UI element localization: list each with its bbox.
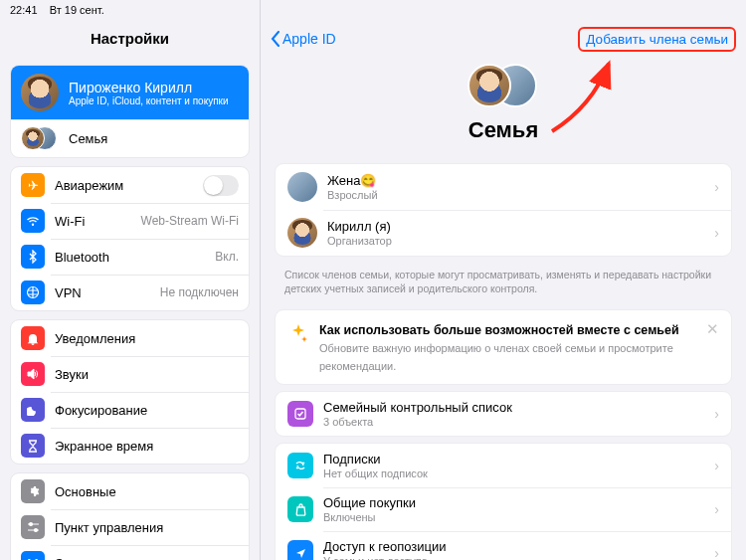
member-row[interactable]: Кирилл (я) Организатор › bbox=[276, 210, 731, 256]
vpn-icon bbox=[21, 280, 45, 304]
checklist-sub: 3 объекта bbox=[323, 416, 714, 428]
sidebar-item-control-center[interactable]: Пункт управления bbox=[11, 509, 249, 545]
detail-navbar: Apple ID Добавить члена семьи bbox=[261, 22, 746, 56]
subs-title: Подписки bbox=[323, 452, 714, 467]
sidebar-item-family[interactable]: Семья bbox=[11, 119, 249, 157]
chevron-right-icon: › bbox=[714, 406, 719, 422]
speaker-icon bbox=[21, 362, 45, 386]
sidebar-item-wifi[interactable]: Wi-Fi Web-Stream Wi-Fi bbox=[11, 203, 249, 239]
bluetooth-icon bbox=[21, 245, 45, 269]
family-avatars-icon bbox=[21, 125, 59, 151]
purchase-sub: Включены bbox=[323, 511, 714, 523]
user-avatar-icon bbox=[21, 74, 59, 111]
row-subscriptions[interactable]: Подписки Нет общих подписок › bbox=[276, 444, 731, 487]
row-purchase-sharing[interactable]: Общие покупки Включены › bbox=[276, 487, 731, 531]
checklist-icon bbox=[287, 401, 313, 427]
airplane-icon: ✈︎ bbox=[21, 173, 45, 197]
page-title: Семья bbox=[261, 117, 746, 143]
sidebar-item-vpn[interactable]: VPN Не подключен bbox=[11, 275, 249, 310]
member-avatar-icon bbox=[287, 172, 317, 202]
bt-label: Bluetooth bbox=[55, 250, 215, 265]
account-name: Пироженко Кирилл bbox=[69, 80, 229, 95]
chevron-right-icon: › bbox=[714, 458, 719, 473]
member-role: Взрослый bbox=[327, 189, 714, 201]
bell-icon bbox=[21, 326, 45, 350]
wifi-value: Web-Stream Wi-Fi bbox=[141, 214, 239, 228]
location-icon bbox=[287, 540, 313, 560]
checklist-row[interactable]: Семейный контрольный список 3 объекта › bbox=[275, 391, 732, 437]
back-label: Apple ID bbox=[282, 31, 336, 47]
sidebar-item-screentime[interactable]: Экранное время bbox=[11, 428, 249, 464]
tip-card[interactable]: Как использовать больше возможностей вме… bbox=[275, 309, 732, 385]
gear-icon bbox=[21, 479, 45, 503]
sidebar-item-display[interactable]: AA Экран и яркость bbox=[11, 545, 249, 560]
status-date: Вт 19 сент. bbox=[50, 4, 104, 16]
close-icon[interactable]: ✕ bbox=[706, 320, 719, 374]
sidebar-item-notifications[interactable]: Уведомления bbox=[11, 320, 249, 356]
row-location-sharing[interactable]: Доступ к геопозиции У семьи нет доступа … bbox=[276, 531, 731, 560]
bag-icon bbox=[287, 496, 313, 522]
checklist-title: Семейный контрольный список bbox=[323, 400, 714, 415]
account-sub: Apple ID, iCloud, контент и покупки bbox=[69, 95, 229, 106]
focus-label: Фокусирование bbox=[55, 403, 239, 418]
sidebar-item-airplane[interactable]: ✈︎ Авиарежим bbox=[11, 167, 249, 203]
member-avatar-icon bbox=[287, 218, 317, 248]
tip-sub: Обновите важную информацию о членах свое… bbox=[319, 342, 673, 372]
detail-pane: Apple ID Добавить члена семьи Семья Жена… bbox=[261, 0, 746, 560]
add-family-member-button[interactable]: Добавить члена семьи bbox=[578, 27, 736, 52]
chevron-right-icon: › bbox=[714, 501, 719, 517]
airplane-toggle[interactable] bbox=[203, 175, 239, 196]
member-row[interactable]: Жена😋 Взрослый › bbox=[276, 164, 731, 210]
sidebar-item-appleid[interactable]: Пироженко Кирилл Apple ID, iCloud, конте… bbox=[11, 66, 249, 119]
wifi-label: Wi-Fi bbox=[55, 214, 141, 229]
family-hero: Семья bbox=[261, 56, 746, 157]
sharing-options: Подписки Нет общих подписок › Общие поку… bbox=[275, 443, 732, 560]
bt-value: Вкл. bbox=[215, 250, 239, 264]
wifi-settings-icon bbox=[21, 209, 45, 233]
sidebar-item-general[interactable]: Основные bbox=[11, 473, 249, 509]
member-name: Кирилл (я) bbox=[327, 219, 714, 234]
chevron-left-icon bbox=[271, 31, 280, 47]
control-label: Пункт управления bbox=[55, 520, 239, 535]
screentime-label: Экранное время bbox=[55, 439, 239, 454]
notif-label: Уведомления bbox=[55, 331, 239, 346]
chevron-right-icon: › bbox=[714, 179, 719, 195]
family-label: Семья bbox=[69, 131, 239, 146]
subscriptions-icon bbox=[287, 453, 313, 478]
member-name: Жена😋 bbox=[327, 173, 714, 188]
members-list: Жена😋 Взрослый › Кирилл (я) Организатор … bbox=[275, 163, 732, 257]
member-role: Организатор bbox=[327, 235, 714, 247]
loc-sub: У семьи нет доступа bbox=[323, 555, 714, 560]
svg-point-1 bbox=[29, 523, 32, 526]
display-label: Экран и яркость bbox=[55, 556, 239, 561]
settings-sidebar: Настройки Пироженко Кирилл Apple ID, iCl… bbox=[0, 0, 261, 560]
chevron-right-icon: › bbox=[714, 545, 719, 560]
sidebar-item-bluetooth[interactable]: Bluetooth Вкл. bbox=[11, 239, 249, 275]
hourglass-icon bbox=[21, 434, 45, 458]
moon-icon bbox=[21, 398, 45, 422]
chevron-right-icon: › bbox=[714, 225, 719, 241]
tip-title: Как использовать больше возможностей вме… bbox=[319, 323, 679, 337]
general-label: Основные bbox=[55, 484, 239, 499]
loc-title: Доступ к геопозиции bbox=[323, 539, 714, 554]
sliders-icon bbox=[21, 515, 45, 539]
back-button[interactable]: Apple ID bbox=[271, 31, 336, 47]
sidebar-item-sounds[interactable]: Звуки bbox=[11, 356, 249, 392]
airplane-label: Авиарежим bbox=[55, 178, 203, 193]
members-footnote: Список членов семьи, которые могут просм… bbox=[261, 263, 746, 303]
subs-sub: Нет общих подписок bbox=[323, 467, 714, 479]
sound-label: Звуки bbox=[55, 367, 239, 382]
status-time: 22:41 bbox=[10, 4, 38, 16]
sidebar-title: Настройки bbox=[0, 24, 260, 57]
family-hero-avatars-icon bbox=[467, 62, 539, 109]
vpn-label: VPN bbox=[55, 285, 160, 300]
sparkle-icon bbox=[287, 320, 309, 346]
purchase-title: Общие покупки bbox=[323, 495, 714, 510]
sidebar-item-focus[interactable]: Фокусирование bbox=[11, 392, 249, 428]
vpn-value: Не подключен bbox=[160, 285, 239, 299]
svg-point-2 bbox=[34, 529, 37, 532]
brightness-icon: AA bbox=[21, 551, 45, 560]
